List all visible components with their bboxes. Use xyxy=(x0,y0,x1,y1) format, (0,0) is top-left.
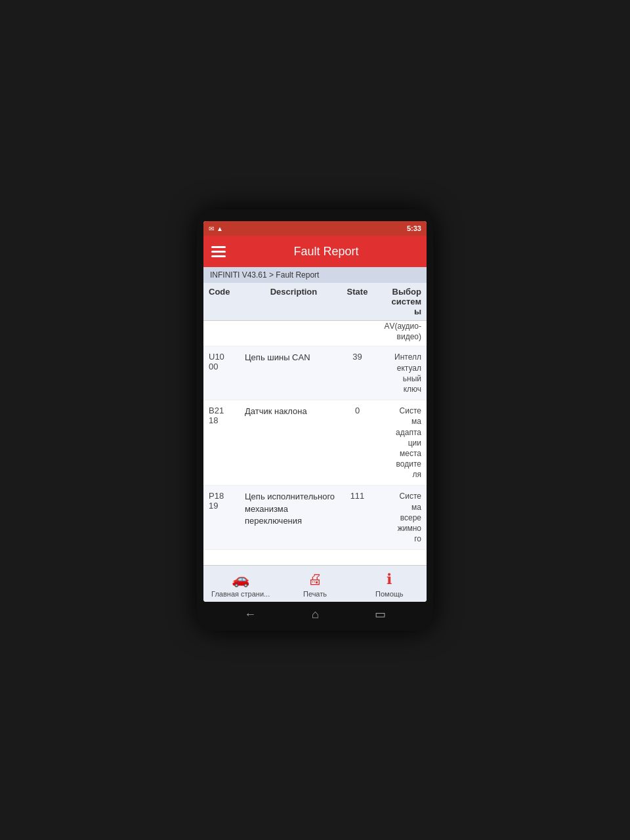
page-title: Fault Report xyxy=(234,245,419,259)
cell-system-1: Системаадаптацииместаводителя xyxy=(372,406,421,480)
status-time: 5:33 xyxy=(407,224,421,232)
back-button[interactable]: ← xyxy=(244,608,256,621)
table-row[interactable]: U1000 Цепь шины CAN 39 Интеллектуальныйк… xyxy=(203,346,427,400)
nav-label-print: Печать xyxy=(303,590,327,598)
home-button[interactable]: ⌂ xyxy=(312,608,319,621)
top-bar: Fault Report xyxy=(203,236,427,267)
print-icon: 🖨 xyxy=(308,571,322,588)
cell-code-0: U1000 xyxy=(209,352,245,371)
recents-button[interactable]: ▭ xyxy=(375,607,386,621)
table-body: АV(аудио-видео) U1000 Цепь шины CAN 39 И… xyxy=(203,321,427,565)
table-row[interactable]: P1819 Цепь исполнительного механизма пер… xyxy=(203,486,427,550)
nav-label-help: Помощь xyxy=(375,590,404,598)
nav-label-home: Главная страни... xyxy=(211,590,270,598)
email-icon: ✉ xyxy=(209,225,214,232)
cell-desc-1: Датчик наклона xyxy=(245,406,343,417)
col-header-state: State xyxy=(343,287,372,316)
android-nav-bar: ← ⌂ ▭ xyxy=(203,602,427,624)
bottom-nav: 🚗 Главная страни... 🖨 Печать ℹ Помощь xyxy=(203,565,427,602)
cell-system-partial: АV(аудио-видео) xyxy=(372,321,421,342)
hamburger-line-1 xyxy=(211,246,226,248)
menu-button[interactable] xyxy=(211,246,226,257)
breadcrumb: INFINITI V43.61 > Fault Report xyxy=(203,267,427,283)
info-icon: ℹ xyxy=(387,571,392,588)
cell-system-0: Интеллектуальныйключ xyxy=(372,352,421,394)
nav-item-help[interactable]: ℹ Помощь xyxy=(352,566,427,602)
hamburger-line-2 xyxy=(211,251,226,253)
home-car-icon: 🚗 xyxy=(232,571,249,588)
table-row[interactable]: B2118 Датчик наклона 0 Системаадаптациим… xyxy=(203,400,427,486)
cell-state-2: 111 xyxy=(343,491,372,501)
cell-code-1: B2118 xyxy=(209,406,245,425)
cell-state-0: 39 xyxy=(343,352,372,362)
warning-icon: ▲ xyxy=(217,225,223,232)
hamburger-line-3 xyxy=(211,255,226,257)
table-header: Code Description State Выборсистемы xyxy=(203,283,427,321)
cell-desc-0: Цепь шины CAN xyxy=(245,352,343,364)
status-bar: ✉ ▲ 5:33 xyxy=(203,221,427,236)
status-icons-left: ✉ ▲ xyxy=(209,225,223,232)
col-header-description: Description xyxy=(245,287,343,316)
cell-desc-2: Цепь исполнительного механизма переключе… xyxy=(245,491,343,527)
phone-device: ✉ ▲ 5:33 Fault Report INFINITI V43.61 > … xyxy=(197,209,433,631)
nav-item-print[interactable]: 🖨 Печать xyxy=(278,566,352,602)
col-header-code: Code xyxy=(209,287,245,316)
phone-screen: ✉ ▲ 5:33 Fault Report INFINITI V43.61 > … xyxy=(203,221,427,602)
cell-state-1: 0 xyxy=(343,406,372,415)
nav-item-home[interactable]: 🚗 Главная страни... xyxy=(203,566,278,602)
cell-code-2: P1819 xyxy=(209,491,245,511)
table-row-partial: АV(аудио-видео) xyxy=(203,321,427,346)
cell-system-2: Системавсережимного xyxy=(372,491,421,544)
col-header-system: Выборсистемы xyxy=(372,287,421,316)
breadcrumb-text: INFINITI V43.61 > Fault Report xyxy=(210,270,319,280)
